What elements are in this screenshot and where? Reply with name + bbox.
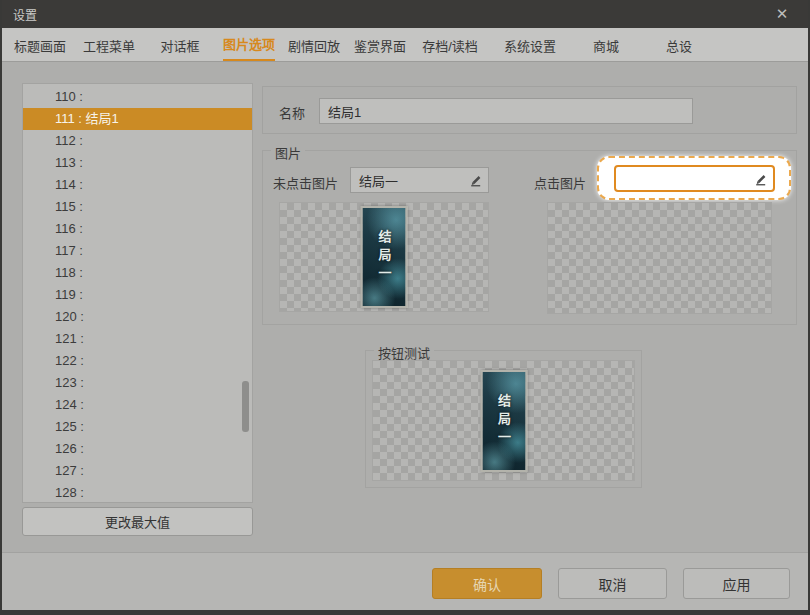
tab-gallery[interactable]: 鉴赏界面 [354, 28, 406, 61]
tab-dialog-box[interactable]: 对话框 [160, 28, 199, 61]
name-input[interactable]: 结局1 [319, 98, 693, 124]
unclicked-image-input[interactable]: 结局一 [350, 167, 489, 193]
list-item-111-selected[interactable]: 111 : 结局1 [23, 108, 252, 130]
tab-title-screen[interactable]: 标题画面 [14, 28, 66, 61]
ending-banner-image: 结局一 [361, 206, 408, 308]
tab-bar: 标题画面 工程菜单 对话框 图片选项 剧情回放 鉴赏界面 存档/读档 系统设置 … [2, 28, 808, 62]
unclicked-image-preview: 结局一 [279, 202, 489, 312]
tab-general[interactable]: 总设 [666, 28, 692, 61]
tab-project-menu[interactable]: 工程菜单 [83, 28, 135, 61]
list-item-112[interactable]: 112 : [23, 130, 252, 152]
tab-save-load[interactable]: 存档/读档 [422, 28, 478, 61]
window-title: 设置 [2, 6, 37, 23]
title-bar: 设置 ✕ [2, 0, 808, 28]
tab-shop[interactable]: 商城 [593, 28, 619, 61]
list-item-110[interactable]: 110 : [23, 86, 252, 108]
tab-image-options[interactable]: 图片选项 [223, 28, 275, 61]
cancel-button[interactable]: 取消 [558, 568, 667, 599]
clicked-image-label: 点击图片 [534, 173, 586, 192]
footer-bar: 确认 取消 应用 [2, 552, 808, 610]
list-item-118[interactable]: 118 : [23, 262, 252, 284]
banner-vertical-text: 结局一 [375, 230, 394, 284]
list-item-115[interactable]: 115 : [23, 196, 252, 218]
clicked-image-input[interactable] [614, 165, 775, 192]
edit-pencil-icon[interactable] [753, 171, 768, 186]
list-item-125[interactable]: 125 : [23, 416, 252, 438]
name-label: 名称 [279, 103, 305, 122]
banner-vertical-text: 结局一 [494, 394, 513, 448]
name-panel: 名称 结局1 [262, 86, 797, 134]
list-item-114[interactable]: 114 : [23, 174, 252, 196]
change-max-value-button[interactable]: 更改最大值 [22, 507, 253, 536]
ending-list: 110 : 111 : 结局1 112 : 113 : 114 : 115 : … [22, 83, 253, 503]
button-test-preview: 结局一 [372, 360, 635, 481]
tab-system-settings[interactable]: 系统设置 [504, 28, 556, 61]
tab-story-replay[interactable]: 剧情回放 [288, 28, 340, 61]
list-item-127[interactable]: 127 : [23, 460, 252, 482]
confirm-button[interactable]: 确认 [432, 568, 542, 599]
ending-banner-image[interactable]: 结局一 [480, 370, 527, 472]
list-item-123[interactable]: 123 : [23, 372, 252, 394]
edit-pencil-icon[interactable] [468, 173, 483, 188]
list-item-116[interactable]: 116 : [23, 218, 252, 240]
list-item-119[interactable]: 119 : [23, 284, 252, 306]
image-group-legend: 图片 [271, 143, 305, 162]
apply-button[interactable]: 应用 [683, 568, 790, 599]
image-group: 图片 未点击图片 结局一 点击图片 结局一 [262, 150, 797, 325]
clicked-image-preview [547, 202, 772, 314]
list-item-128[interactable]: 128 : [23, 482, 252, 503]
close-icon[interactable]: ✕ [770, 0, 794, 28]
list-item-122[interactable]: 122 : [23, 350, 252, 372]
list-item-120[interactable]: 120 : [23, 306, 252, 328]
list-item-126[interactable]: 126 : [23, 438, 252, 460]
list-scrollbar-thumb[interactable] [242, 381, 249, 432]
unclicked-image-value: 结局一 [359, 171, 398, 190]
settings-dialog: 设置 ✕ 标题画面 工程菜单 对话框 图片选项 剧情回放 鉴赏界面 存档/读档 … [0, 0, 810, 615]
list-item-117[interactable]: 117 : [23, 240, 252, 262]
list-item-121[interactable]: 121 : [23, 328, 252, 350]
list-item-124[interactable]: 124 : [23, 394, 252, 416]
button-test-group: 按钮测试 结局一 [365, 350, 642, 488]
unclicked-image-label: 未点击图片 [273, 173, 338, 192]
clicked-image-highlight [597, 156, 791, 200]
list-item-113[interactable]: 113 : [23, 152, 252, 174]
